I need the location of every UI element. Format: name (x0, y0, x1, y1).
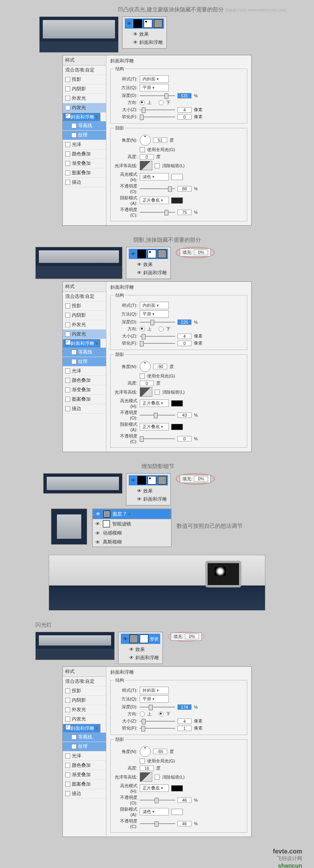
technique-select[interactable]: 平滑 (140, 310, 169, 318)
gloss-contour[interactable] (140, 161, 152, 170)
style-outer-glow[interactable]: 外发光 (63, 94, 106, 103)
angle-value[interactable]: 51 (153, 137, 167, 143)
preview-thumb-3b (51, 509, 87, 545)
fx-bevel-label: 斜面和浮雕 (139, 40, 163, 45)
style-select[interactable]: 内斜面 (140, 302, 169, 309)
technique-select[interactable]: 平滑 (140, 84, 169, 91)
preview-thumb-3a (43, 473, 122, 494)
layer-style-panel-1: 样式 混合选项:自定 投影 内阴影 外发光 内发光 斜面和浮雕 等高线 纹理 光… (62, 55, 252, 226)
style-inner-glow[interactable]: 内发光 (63, 103, 106, 113)
panel-title: 斜面和浮雕 (110, 58, 247, 64)
layer-thumb[interactable] (133, 19, 142, 28)
shadow-mode-select[interactable]: 正片叠底 (140, 197, 169, 204)
visibility-icon[interactable]: 👁 (137, 270, 142, 275)
shadow-opacity-slider[interactable] (140, 212, 175, 213)
style-select[interactable]: 内斜面 (140, 75, 169, 83)
depth-slider[interactable] (140, 95, 175, 96)
gaussian-blur-row[interactable]: 👁高斯模糊 (93, 538, 171, 547)
watermark: 思缘设计论坛 WWW.MISSYUAN.COM (225, 8, 286, 12)
style-gradient-overlay[interactable]: 渐变叠加 (63, 159, 106, 168)
style-satin[interactable]: 光泽 (63, 140, 106, 150)
highlight-opacity-value[interactable]: 88 (177, 186, 192, 191)
layer-mask[interactable] (148, 250, 156, 258)
visibility-icon[interactable]: 👁 (126, 21, 132, 26)
depth-value[interactable]: 225 (177, 319, 192, 325)
visibility-icon[interactable]: 👁 (133, 31, 138, 37)
section1-caption: 凹凸状高光,建立蒙版涂抹隐藏不需要的部分 (118, 6, 224, 13)
layer-swatch[interactable] (158, 250, 166, 258)
smart-filters-panel: 👁图层 7 👁智能滤镜 👁动感模糊 👁高斯模糊 (92, 509, 172, 547)
footer-watermark: fevte.com 飞特设计网 shancun (0, 848, 314, 868)
section3-caption2: 数值可按照自己的想法调节 (177, 511, 243, 530)
size-value[interactable]: 4 (177, 107, 192, 113)
motion-blur-row[interactable]: 👁动感模糊 (93, 529, 171, 538)
style-pattern-overlay[interactable]: 图案叠加 (63, 168, 106, 178)
blend-options[interactable]: 混合选项:自定 (63, 66, 106, 75)
antialias-check[interactable] (155, 163, 160, 168)
style-contour[interactable]: 等高线 (63, 121, 106, 131)
camera-render (49, 555, 265, 611)
style-header: 样式 (63, 55, 106, 66)
preview-thumb-2 (35, 247, 122, 279)
structure-legend: 结构 (114, 66, 126, 72)
dir-up-radio[interactable] (140, 100, 145, 105)
visibility-icon[interactable]: 👁 (137, 262, 142, 267)
global-light-check[interactable] (140, 147, 145, 152)
fill-highlight: 填充:0% (176, 247, 215, 258)
layer-style-panel-4: 样式 混合选项:自定 投影 内阴影 外发光 内发光 斜面和浮雕 等高线 纹理 光… (62, 666, 252, 837)
layer-7-row[interactable]: 👁图层 7 (93, 509, 171, 519)
fill-highlight: 填充:0% (176, 473, 215, 485)
section2-caption: 阴影,涂抹隐藏不需要的部分 (133, 237, 201, 243)
layers-strip-3: 👁 👁 效果 👁 斜面和浮雕 (126, 473, 171, 505)
style-color-overlay[interactable]: 颜色叠加 (63, 150, 106, 159)
shadow-color[interactable] (171, 197, 183, 204)
preview-thumb-1 (39, 16, 119, 53)
smart-filters-row[interactable]: 👁智能滤镜 (93, 519, 171, 529)
soften-slider[interactable] (140, 117, 175, 117)
style-stroke[interactable]: 描边 (63, 178, 106, 187)
style-list: 样式 混合选项:自定 投影 内阴影 外发光 内发光 斜面和浮雕 等高线 纹理 光… (63, 55, 106, 225)
soften-value[interactable]: 0 (177, 114, 192, 120)
section4-caption: 闪光灯 (35, 622, 52, 628)
layer-style-panel-2: 样式 混合选项:自定 投影 内阴影 外发光 内发光 斜面和浮雕 等高线 纹理 光… (62, 281, 252, 452)
layers-strip-4: 👁 形状 👁 效果 👁 斜面和浮雕 (118, 632, 163, 664)
size-slider[interactable] (140, 109, 175, 110)
depth-value[interactable]: 531 (177, 93, 192, 98)
highlight-mode-select[interactable]: 滤色 (140, 173, 169, 181)
section3-caption: 增加阴影细节 (141, 463, 174, 469)
layer-thumb[interactable] (137, 250, 146, 258)
angle-dial[interactable] (140, 135, 151, 146)
style-drop-shadow[interactable]: 投影 (63, 75, 106, 84)
layers-strip-1: 👁 👁 效果 👁 斜面和浮雕 (122, 16, 167, 49)
visibility-icon[interactable]: 👁 (130, 252, 136, 256)
dir-down-radio[interactable] (159, 100, 164, 105)
fx-effect-label: 效果 (139, 31, 149, 37)
shape-label: 形状 (150, 636, 159, 642)
layers-strip-2: 👁 👁 效果 👁 斜面和浮雕 (126, 247, 171, 279)
altitude-value[interactable]: 0 (140, 154, 154, 160)
style-inner-shadow[interactable]: 内阴影 (63, 84, 106, 94)
shading-legend: 阴影 (114, 125, 126, 131)
style-bevel[interactable]: 斜面和浮雕 (63, 113, 100, 121)
fill-value[interactable]: 0% (194, 250, 208, 255)
preview-thumb-4 (35, 632, 115, 660)
highlight-opacity-slider[interactable] (140, 188, 175, 189)
visibility-icon[interactable]: 👁 (133, 40, 138, 45)
fill-highlight: 填充:0% (168, 632, 204, 642)
layer-swatch[interactable] (154, 19, 162, 28)
style-texture[interactable]: 纹理 (63, 131, 106, 140)
highlight-color[interactable] (171, 174, 183, 180)
layer-mask[interactable] (144, 19, 152, 28)
style-select[interactable]: 外斜面 (140, 687, 169, 694)
shadow-opacity-value[interactable]: 75 (177, 210, 192, 215)
